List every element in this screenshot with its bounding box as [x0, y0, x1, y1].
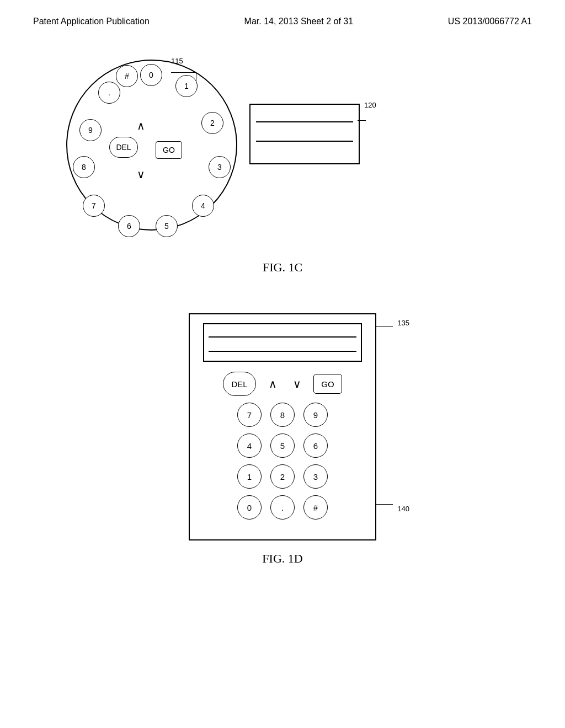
dial-key-del[interactable]: DEL	[109, 137, 138, 158]
kp-key-hash[interactable]: #	[303, 495, 328, 520]
display-line-1	[256, 121, 353, 122]
kp-key-2[interactable]: 2	[270, 464, 295, 489]
dial-key-2[interactable]: 2	[201, 112, 223, 134]
dial-key-go[interactable]: GO	[156, 141, 182, 159]
label-140: 140	[397, 505, 409, 513]
kp-key-0[interactable]: 0	[237, 495, 262, 520]
keypad-container: DEL ∧ ∨ GO 7 8 9 4 5 6 1 2 3	[189, 313, 376, 540]
dial-arrow-down: ∨	[137, 168, 145, 181]
dial-key-6[interactable]: 6	[118, 215, 140, 237]
keypad-row-0dot-hash: 0 . #	[203, 495, 362, 520]
kp-key-8[interactable]: 8	[270, 403, 295, 427]
header-right: US 2013/0066772 A1	[448, 17, 532, 26]
fig1c-caption: FIG. 1C	[263, 260, 302, 274]
page-header: Patent Application Publication Mar. 14, …	[0, 0, 565, 26]
dial-key-hash[interactable]: #	[116, 65, 138, 87]
kp-key-4[interactable]: 4	[237, 433, 262, 458]
kp-go-button[interactable]: GO	[313, 374, 342, 394]
dial-key-1[interactable]: 1	[175, 75, 198, 97]
header-center: Mar. 14, 2013 Sheet 2 of 31	[244, 17, 353, 26]
dial-key-4[interactable]: 4	[192, 195, 214, 217]
label-120: 120	[364, 101, 376, 109]
fig1c-section: 115 120 0 1 2 3 4 5 6 7 8 9 . # DEL GO	[0, 49, 565, 280]
kp-key-7[interactable]: 7	[237, 403, 262, 427]
kp-key-9[interactable]: 9	[303, 403, 328, 427]
leader-140	[376, 504, 393, 505]
dial-key-7[interactable]: 7	[83, 195, 105, 217]
dial-container: 0 1 2 3 4 5 6 7 8 9 . # DEL GO ∧ ∨	[66, 60, 237, 231]
kp-key-1[interactable]: 1	[237, 464, 262, 489]
fig1d-section: DEL ∧ ∨ GO 7 8 9 4 5 6 1 2 3	[0, 313, 565, 566]
keypad-display	[203, 323, 362, 362]
kp-key-5[interactable]: 5	[270, 433, 295, 458]
kp-key-dot[interactable]: .	[270, 495, 295, 520]
leader-135	[376, 326, 393, 327]
header-left: Patent Application Publication	[33, 17, 150, 26]
keypad-row-789: 7 8 9	[203, 403, 362, 427]
dial-key-3[interactable]: 3	[209, 156, 231, 178]
display-line-2	[256, 141, 353, 142]
kp-arrow-down[interactable]: ∨	[289, 377, 305, 390]
dial-arrow-up: ∧	[137, 119, 145, 132]
dial-key-9[interactable]: 9	[79, 119, 102, 141]
dial-key-dot[interactable]: .	[98, 82, 120, 104]
kp-key-6[interactable]: 6	[303, 433, 328, 458]
fig1d-caption: FIG. 1D	[262, 552, 302, 566]
keypad-row-controls: DEL ∧ ∨ GO	[203, 372, 362, 396]
dial-key-5[interactable]: 5	[156, 215, 178, 237]
kp-key-3[interactable]: 3	[303, 464, 328, 489]
dial-key-8[interactable]: 8	[73, 156, 95, 178]
kp-del-button[interactable]: DEL	[223, 372, 256, 396]
keypad-display-line-1	[209, 336, 356, 338]
keypad-row-123: 1 2 3	[203, 464, 362, 489]
kp-arrow-up[interactable]: ∧	[265, 377, 280, 390]
label-135: 135	[397, 319, 409, 327]
keypad-row-456: 4 5 6	[203, 433, 362, 458]
display-panel-1c	[249, 104, 360, 164]
dial-key-0[interactable]: 0	[140, 64, 162, 86]
keypad-display-line-2	[209, 351, 356, 352]
